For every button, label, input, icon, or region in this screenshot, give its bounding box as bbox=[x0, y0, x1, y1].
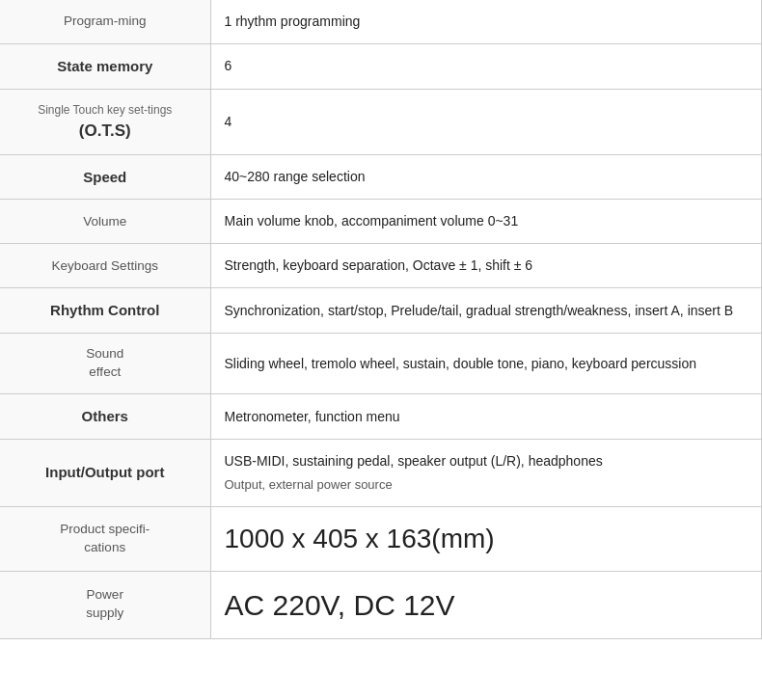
value-text: 40~280 range selection bbox=[225, 169, 366, 184]
label-bottom: supply bbox=[86, 606, 123, 620]
label-text: Input/Output port bbox=[45, 464, 164, 480]
label-text: Program-ming bbox=[64, 13, 147, 28]
label-cell-5: Keyboard Settings bbox=[0, 244, 210, 288]
label-text: State memory bbox=[57, 58, 152, 74]
label-cell-4: Volume bbox=[0, 200, 210, 244]
label-cell-7: Soundeffect bbox=[0, 334, 210, 394]
label-cell-1: State memory bbox=[0, 44, 210, 90]
label-top: Product specifi- bbox=[60, 522, 150, 536]
value-text: 1000 x 405 x 163(mm) bbox=[225, 524, 495, 553]
label-text: Keyboard Settings bbox=[52, 258, 158, 273]
label-cell-3: Speed bbox=[0, 154, 210, 200]
label-text: Rhythm Control bbox=[50, 302, 159, 318]
value-cell-5: Strength, keyboard separation, Octave ± … bbox=[210, 244, 762, 288]
value-cell-8: Metronometer, function menu bbox=[210, 394, 762, 440]
value-text: Synchronization, start/stop, Prelude/tai… bbox=[225, 303, 734, 318]
value-cell-2: 4 bbox=[210, 89, 762, 154]
value-text: Metronometer, function menu bbox=[225, 409, 400, 424]
value-cell-7: Sliding wheel, tremolo wheel, sustain, d… bbox=[210, 334, 762, 394]
value-cell-11: AC 220V, DC 12V bbox=[210, 571, 762, 638]
value-text: 6 bbox=[225, 58, 232, 73]
value-cell-10: 1000 x 405 x 163(mm) bbox=[210, 506, 762, 571]
label-cell-2: Single Touch key set-tings(O.T.S) bbox=[0, 89, 210, 154]
value-cell-0: 1 rhythm programming bbox=[210, 0, 762, 44]
value-text: Sliding wheel, tremolo wheel, sustain, d… bbox=[225, 356, 697, 371]
label-bottom: (O.T.S) bbox=[79, 121, 131, 140]
label-text: Speed bbox=[83, 169, 126, 185]
label-top: Sound bbox=[86, 346, 123, 361]
label-top: Power bbox=[87, 587, 123, 602]
value-cell-1: 6 bbox=[210, 44, 762, 90]
label-cell-9: Input/Output port bbox=[0, 440, 210, 507]
value-text: 1 rhythm programming bbox=[225, 13, 361, 29]
label-cell-8: Others bbox=[0, 394, 210, 440]
specs-table: Program-ming1 rhythm programmingState me… bbox=[0, 0, 762, 639]
label-bottom: effect bbox=[89, 364, 121, 379]
label-cell-6: Rhythm Control bbox=[0, 288, 210, 334]
value-text: Main volume knob, accompaniment volume 0… bbox=[225, 213, 519, 229]
value-cell-9: USB-MIDI, sustaining pedal, speaker outp… bbox=[210, 440, 762, 507]
label-bottom: cations bbox=[84, 540, 125, 554]
value-text: AC 220V, DC 12V bbox=[225, 589, 455, 621]
label-cell-0: Program-ming bbox=[0, 0, 210, 44]
value-cell-3: 40~280 range selection bbox=[210, 154, 762, 200]
value-text: Strength, keyboard separation, Octave ± … bbox=[225, 257, 533, 273]
value-text: 4 bbox=[225, 114, 232, 129]
label-cell-10: Product specifi-cations bbox=[0, 506, 210, 571]
label-top: Single Touch key set-tings bbox=[38, 103, 172, 117]
label-text: Others bbox=[82, 408, 128, 424]
value-line1: USB-MIDI, sustaining pedal, speaker outp… bbox=[225, 451, 748, 471]
label-cell-11: Powersupply bbox=[0, 571, 210, 638]
value-cell-6: Synchronization, start/stop, Prelude/tai… bbox=[210, 288, 762, 334]
label-text: Volume bbox=[83, 214, 126, 229]
value-line2: Output, external power source bbox=[225, 475, 748, 495]
value-cell-4: Main volume knob, accompaniment volume 0… bbox=[210, 200, 762, 244]
